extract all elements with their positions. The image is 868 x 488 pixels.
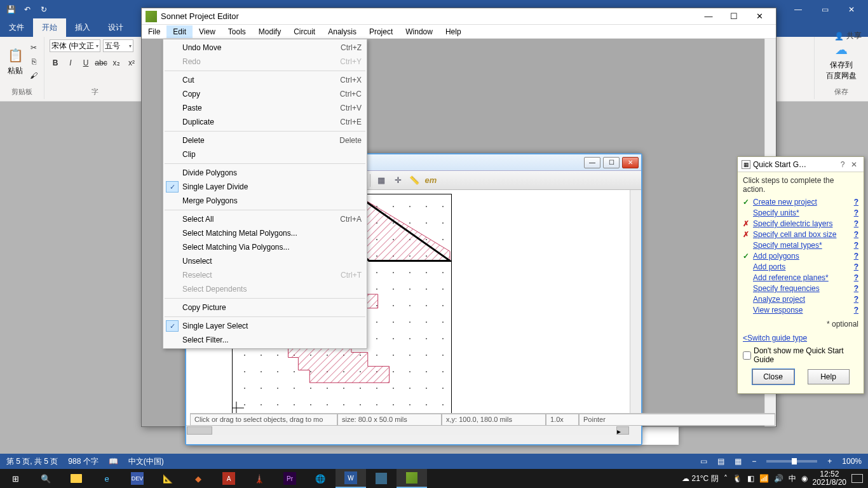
bold-button[interactable]: B bbox=[50, 57, 61, 69]
menu-edit[interactable]: Edit bbox=[166, 25, 193, 38]
sonnet-min-icon[interactable]: — bbox=[696, 9, 721, 24]
status-lang[interactable]: 中文(中国) bbox=[128, 456, 164, 467]
zoom-in-button[interactable]: + bbox=[827, 457, 832, 466]
qsg-step-help-icon[interactable]: ? bbox=[854, 198, 858, 207]
tab-design[interactable]: 设计 bbox=[99, 18, 132, 37]
edit-copy-picture[interactable]: Copy Picture bbox=[163, 301, 367, 315]
status-proof-icon[interactable]: 📖 bbox=[109, 457, 118, 466]
qsg-step-link[interactable]: Specify units* bbox=[753, 208, 854, 217]
font-size-select[interactable]: 五号▾ bbox=[103, 39, 133, 52]
edit-merge-polygons[interactable]: Merge Polygons bbox=[163, 194, 367, 208]
italic-button[interactable]: I bbox=[65, 57, 76, 69]
edit-cut[interactable]: CutCtrl+X bbox=[163, 73, 367, 87]
child-scrollbar-horiz[interactable]: ▸ bbox=[186, 425, 630, 435]
qsg-step-link[interactable]: Create new project bbox=[753, 198, 854, 207]
search-button[interactable]: 🔍 bbox=[31, 469, 61, 488]
tab-insert[interactable]: 插入 bbox=[66, 18, 99, 37]
qat-save-icon[interactable]: 💾 bbox=[4, 3, 18, 17]
sonnet-titlebar[interactable]: Sonnet Project Editor — ☐ ✕ bbox=[142, 8, 776, 25]
qsg-close-button[interactable]: Close bbox=[752, 369, 794, 384]
edit-copy[interactable]: CopyCtrl+C bbox=[163, 87, 367, 101]
tray-volume-icon[interactable]: 🔊 bbox=[774, 474, 783, 483]
edit-clip[interactable]: Clip bbox=[163, 147, 367, 161]
edit-undo-move[interactable]: Undo MoveCtrl+Z bbox=[163, 41, 367, 55]
qsg-step-link[interactable]: Specify dielectric layers bbox=[753, 219, 854, 228]
qsg-step-help-icon[interactable]: ? bbox=[854, 284, 858, 293]
menu-project[interactable]: Project bbox=[363, 25, 399, 38]
tray-ime-icon[interactable]: 中 bbox=[789, 473, 796, 484]
qsg-switch-guide-link[interactable]: <Switch guide type bbox=[743, 334, 858, 342]
view-web-icon[interactable]: ▦ bbox=[735, 457, 742, 466]
qsg-step-link[interactable]: Add reference planes* bbox=[753, 273, 854, 282]
qsg-step-help-icon[interactable]: ? bbox=[854, 219, 858, 228]
qsg-step-link[interactable]: View response bbox=[753, 306, 854, 315]
subscript-button[interactable]: x₂ bbox=[111, 57, 122, 69]
app-icon-1[interactable]: ◆ bbox=[183, 469, 214, 488]
edit-paste[interactable]: PasteCtrl+V bbox=[163, 101, 367, 115]
child-min-icon[interactable]: — bbox=[584, 157, 600, 168]
premiere-icon[interactable]: Pr bbox=[275, 469, 305, 488]
menu-circuit[interactable]: Circuit bbox=[287, 25, 322, 38]
acrobat-icon[interactable]: A bbox=[214, 469, 244, 488]
sonnet-taskbar-icon[interactable] bbox=[397, 469, 427, 488]
tray-app2-icon[interactable]: ◉ bbox=[801, 474, 808, 483]
underline-button[interactable]: U bbox=[80, 57, 92, 69]
paste-button[interactable]: 📋 粘贴 bbox=[5, 39, 25, 81]
tray-weather[interactable]: ☁ 21°C 阴 bbox=[682, 473, 719, 484]
status-page[interactable]: 第 5 页, 共 5 页 bbox=[6, 456, 58, 467]
menu-file[interactable]: File bbox=[142, 25, 166, 38]
app-icon-2[interactable]: 🗼 bbox=[244, 469, 275, 488]
snap-icon[interactable]: ✛ bbox=[391, 173, 405, 187]
menu-view[interactable]: View bbox=[193, 25, 222, 38]
edit-single-layer-divide[interactable]: ✓Single Layer Divide bbox=[163, 180, 367, 194]
devcpp-icon[interactable]: DEV bbox=[122, 469, 153, 488]
sonnet-max-icon[interactable]: ☐ bbox=[721, 9, 747, 24]
edit-delete[interactable]: DeleteDelete bbox=[163, 133, 367, 147]
menu-modify[interactable]: Modify bbox=[252, 25, 287, 38]
tray-notifications-icon[interactable] bbox=[851, 474, 863, 483]
qsg-step-help-icon[interactable]: ? bbox=[854, 208, 858, 217]
edit-single-layer-select[interactable]: ✓Single Layer Select bbox=[163, 319, 367, 333]
strike-button[interactable]: abc bbox=[95, 57, 107, 69]
word-close-icon[interactable]: ✕ bbox=[839, 5, 864, 14]
app-icon-3[interactable] bbox=[366, 469, 397, 488]
zoom-level[interactable]: 100% bbox=[842, 457, 862, 466]
zoom-slider[interactable] bbox=[766, 460, 817, 463]
explorer-icon[interactable] bbox=[61, 469, 92, 488]
qsg-step-link[interactable]: Add ports bbox=[753, 262, 854, 271]
qat-redo-icon[interactable]: ↻ bbox=[37, 3, 51, 17]
chrome-icon[interactable]: 🌐 bbox=[305, 469, 336, 488]
qsg-titlebar[interactable]: ▦ Quick Start G… ? ✕ bbox=[738, 157, 864, 172]
share-button[interactable]: 👤 共享 bbox=[834, 30, 862, 41]
child-max-icon[interactable]: ☐ bbox=[603, 157, 620, 168]
edit-divide-polygons[interactable]: Divide Polygons bbox=[163, 166, 367, 180]
menu-analysis[interactable]: Analysis bbox=[322, 25, 363, 38]
menu-tools[interactable]: Tools bbox=[222, 25, 252, 38]
edit-select-all[interactable]: Select AllCtrl+A bbox=[163, 212, 367, 226]
menu-help[interactable]: Help bbox=[439, 25, 468, 38]
edit-select-matching-metal-polygons-[interactable]: Select Matching Metal Polygons... bbox=[163, 226, 367, 240]
qsg-help-icon[interactable]: ? bbox=[837, 160, 848, 169]
format-painter-icon[interactable]: 🖌 bbox=[28, 70, 39, 81]
word-min-icon[interactable]: — bbox=[785, 5, 811, 14]
qsg-step-link[interactable]: Add polygons bbox=[753, 252, 854, 261]
tray-wifi-icon[interactable]: 📶 bbox=[759, 474, 769, 483]
qsg-step-help-icon[interactable]: ? bbox=[854, 230, 858, 239]
edit-unselect[interactable]: Unselect bbox=[163, 254, 367, 268]
tray-qq-icon[interactable]: 🐧 bbox=[733, 474, 742, 483]
qsg-step-help-icon[interactable]: ? bbox=[854, 262, 858, 271]
start-button[interactable]: ⊞ bbox=[0, 469, 31, 488]
matlab-icon[interactable]: 📐 bbox=[153, 469, 183, 488]
qat-undo-icon[interactable]: ↶ bbox=[20, 3, 34, 17]
grid-icon[interactable]: ▦ bbox=[374, 173, 388, 187]
save-to-baidu-button[interactable]: ☁ 保存到 百度网盘 bbox=[822, 39, 860, 81]
qsg-step-link[interactable]: Specify cell and box size bbox=[753, 230, 854, 239]
edge-icon[interactable]: e bbox=[92, 469, 122, 488]
edit-select-filter-[interactable]: Select Filter... bbox=[163, 333, 367, 347]
qsg-help-button[interactable]: Help bbox=[808, 369, 850, 384]
qsg-step-help-icon[interactable]: ? bbox=[854, 241, 858, 250]
font-name-select[interactable]: 宋体 (中文正▾ bbox=[50, 39, 100, 52]
view-print-icon[interactable]: ▤ bbox=[717, 457, 724, 466]
qsg-step-help-icon[interactable]: ? bbox=[854, 306, 858, 315]
measure-icon[interactable]: 📏 bbox=[407, 173, 421, 187]
